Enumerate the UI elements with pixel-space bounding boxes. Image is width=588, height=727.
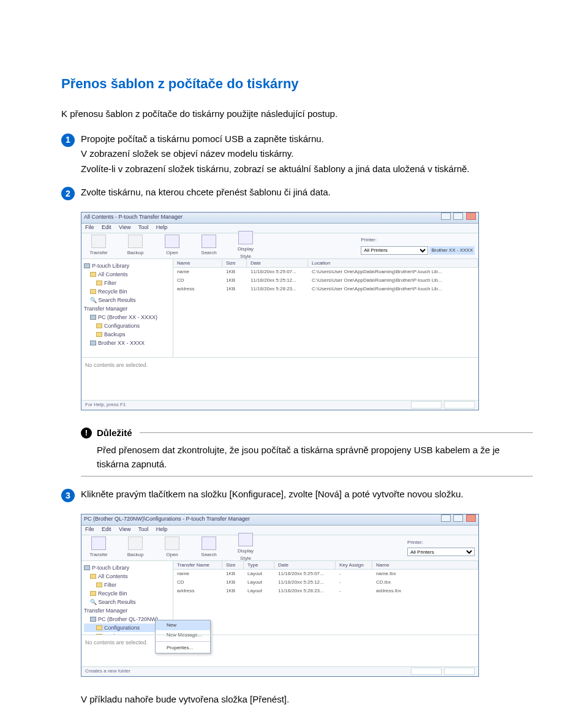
menu-help[interactable]: Help <box>156 526 168 532</box>
minimize-button[interactable] <box>441 213 451 220</box>
menu-tool[interactable]: Tool <box>138 526 149 532</box>
window-buttons <box>440 514 476 525</box>
close-button[interactable] <box>466 514 476 522</box>
list-item: name1KBLayout11/18/20xx 5:25:07...-name.… <box>173 570 478 578</box>
minimize-button[interactable] <box>441 514 451 522</box>
menu-edit[interactable]: Edit <box>102 526 111 532</box>
menu-file[interactable]: File <box>85 526 94 532</box>
window-title: PC (Brother QL-720NW)\Configurations - P… <box>84 515 250 524</box>
toolbar: Transfer Backup Open Search Display Styl… <box>81 233 478 259</box>
preview-pane: No contents are selected. <box>81 357 478 400</box>
printer-dropdown[interactable]: All Printers <box>407 548 475 556</box>
menu-bar: File Edit View Tool Help <box>81 525 478 535</box>
menu-view[interactable]: View <box>119 526 130 532</box>
file-list[interactable]: name1KBLayout11/18/20xx 5:25:07...-name.… <box>173 570 478 635</box>
maximize-button[interactable] <box>453 514 463 522</box>
menu-edit[interactable]: Edit <box>102 224 111 230</box>
toolbar-open[interactable]: Open <box>159 235 186 257</box>
screenshot-1: All Contents - P-touch Transfer Manager … <box>81 212 533 410</box>
window-title: All Contents - P-touch Transfer Manager <box>84 213 183 222</box>
toolbar-open[interactable]: Open <box>159 537 186 559</box>
printer-dropdown[interactable]: All Printers <box>361 246 428 255</box>
step-number-3: 3 <box>61 489 75 502</box>
toolbar-search[interactable]: Search <box>195 235 222 257</box>
printer-selector: Printer: All Printers <box>407 539 475 556</box>
search-icon <box>202 537 216 550</box>
menu-tool[interactable]: Tool <box>138 224 149 230</box>
intro-text: K přenosu šablon z počítače do tiskárny … <box>61 107 533 121</box>
app-window-1: All Contents - P-touch Transfer Manager … <box>81 212 479 410</box>
toolbar-backup[interactable]: Backup <box>122 235 149 257</box>
menu-file[interactable]: File <box>85 224 94 230</box>
step-number-1: 1 <box>61 134 75 147</box>
step1-line3: Zvolíte-li v zobrazení složek tiskárnu, … <box>81 162 533 176</box>
list-item: address1KBLayout11/18/20xx 5:28:23...-ad… <box>173 587 478 595</box>
section-heading: Přenos šablon z počítače do tiskárny <box>61 73 533 94</box>
toolbar-backup[interactable]: Backup <box>122 537 149 559</box>
transfer-icon <box>91 537 106 550</box>
maximize-button[interactable] <box>453 213 463 220</box>
list-item: CD1KBLayout11/18/20xx 5:25:12...-CD.lbx <box>173 578 478 587</box>
step3-text: Klikněte pravým tlačítkem na složku [Kon… <box>81 488 533 502</box>
toolbar-display-style[interactable]: Display Style <box>232 533 259 562</box>
toolbar-transfer[interactable]: Transfer <box>85 537 112 559</box>
title-bar: PC (Brother QL-720NW)\Configurations - P… <box>81 514 478 525</box>
screenshot-2: PC (Brother QL-720NW)\Configurations - P… <box>81 514 533 677</box>
menu-bar: File Edit View Tool Help <box>81 224 478 233</box>
folder-tree[interactable]: P-touch Library All Contents Filter Recy… <box>81 259 173 357</box>
backup-icon <box>128 537 143 550</box>
toolbar-display-style[interactable]: Display Style <box>232 231 259 260</box>
important-text: Před přenosem dat zkontrolujte, že jsou … <box>97 443 533 471</box>
list-item: CD1KB11/18/20xx 5:25:12...C:\Users\User … <box>173 276 478 285</box>
step1-line1: Propojte počítač a tiskárnu pomocí USB a… <box>81 132 533 146</box>
open-icon <box>165 537 179 550</box>
status-bar: Creates a new folder <box>81 666 478 676</box>
list-header: Name Size Date Location <box>173 259 478 268</box>
context-new[interactable]: New <box>156 620 210 630</box>
printer-label: Printer: <box>407 539 475 546</box>
preview-pane: No contents are selected. <box>81 635 478 666</box>
title-bar: All Contents - P-touch Transfer Manager <box>81 213 478 224</box>
window-buttons <box>440 213 476 223</box>
search-icon <box>202 235 216 248</box>
important-label: Důležité <box>97 426 132 440</box>
toolbar-transfer[interactable]: Transfer <box>85 235 112 257</box>
list-header: Transfer Name Size Type Date Key Assign … <box>173 561 478 570</box>
list-item: address1KB11/18/20xx 5:28:23...C:\Users\… <box>173 285 478 293</box>
toolbar-search[interactable]: Search <box>195 537 222 559</box>
step2-text: Zvolte tiskárnu, na kterou chcete přenés… <box>81 186 533 200</box>
step1-line2: V zobrazení složek se objeví název model… <box>81 147 533 161</box>
printer-selector: Printer: All Printers Brother XX - XXXX <box>361 236 475 255</box>
menu-view[interactable]: View <box>119 224 130 230</box>
step-number-2: 2 <box>61 187 75 200</box>
warning-icon: ! <box>81 428 92 439</box>
app-window-2: PC (Brother QL-720NW)\Configurations - P… <box>81 514 479 677</box>
display-style-icon <box>238 231 253 244</box>
menu-help[interactable]: Help <box>156 224 168 230</box>
open-icon <box>165 235 179 248</box>
screenshot-caption: V příkladu nahoře bude vytvořena složka … <box>81 693 533 707</box>
page-number: 5 <box>61 723 533 727</box>
backup-icon <box>128 235 143 248</box>
toolbar: Transfer Backup Open Search Display Styl… <box>81 535 478 561</box>
printer-label: Printer: <box>361 236 475 244</box>
printer-selected[interactable]: Brother XX - XXXX <box>429 246 475 255</box>
display-style-icon <box>238 533 253 546</box>
status-bar: For Help, press F1 <box>81 400 478 410</box>
close-button[interactable] <box>466 213 476 220</box>
transfer-icon <box>91 235 106 248</box>
important-note: ! Důležité Před přenosem dat zkontrolujt… <box>81 426 533 477</box>
list-item: name1KB11/18/20xx 5:25:07...C:\Users\Use… <box>173 268 478 276</box>
file-list[interactable]: name1KB11/18/20xx 5:25:07...C:\Users\Use… <box>173 268 478 357</box>
